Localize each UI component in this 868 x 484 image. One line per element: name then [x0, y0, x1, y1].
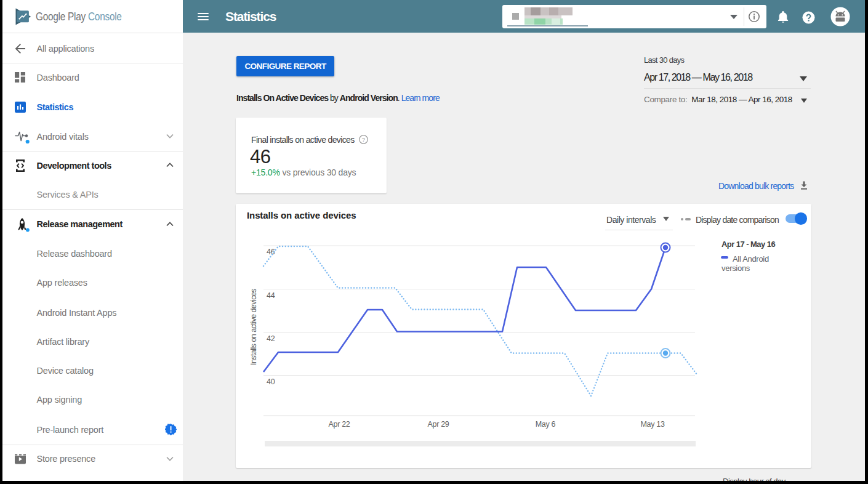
- svg-text:May 13: May 13: [640, 420, 665, 429]
- svg-text:Apr 22: Apr 22: [328, 420, 350, 429]
- svg-text:Installs on active devices: Installs on active devices: [249, 289, 258, 365]
- svg-text:May 6: May 6: [536, 420, 556, 429]
- svg-text:Apr 29: Apr 29: [427, 420, 449, 429]
- svg-text:?: ?: [362, 136, 365, 143]
- svg-text:42: 42: [267, 334, 275, 343]
- svg-text:44: 44: [267, 291, 275, 300]
- svg-text:40: 40: [267, 377, 275, 386]
